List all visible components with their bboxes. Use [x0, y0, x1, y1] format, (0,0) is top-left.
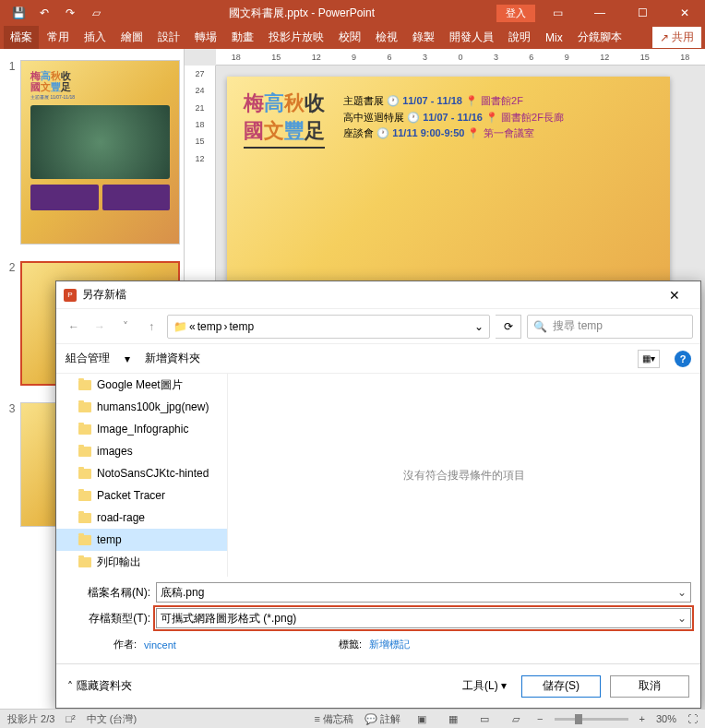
tab-slideshow[interactable]: 投影片放映 [262, 26, 330, 49]
document-title: 國文科書展.pptx - PowerPoint [107, 6, 496, 21]
save-as-dialog: P 另存新檔 ✕ ← → ˅ ↑ 📁 « temp › temp ⌄ ⟳ 🔍 搜… [55, 280, 701, 709]
save-button[interactable]: 儲存(S) [521, 675, 601, 698]
back-icon[interactable]: ← [64, 316, 84, 337]
tab-storyboard[interactable]: 分鏡腳本 [571, 26, 628, 49]
reading-view-icon[interactable]: ▭ [474, 711, 495, 726]
dialog-body: Google Meet圖片 humans100k_jpg(new) Image_… [56, 374, 700, 577]
tab-review[interactable]: 校閱 [332, 26, 367, 49]
filetype-dropdown[interactable]: 可攜式網路圖形格式 (*.png) [156, 608, 691, 628]
tab-record[interactable]: 錄製 [406, 26, 441, 49]
folder-icon [78, 424, 91, 435]
tree-item[interactable]: humans100k_jpg(new) [56, 396, 227, 418]
dialog-titlebar: P 另存新檔 ✕ [56, 281, 700, 309]
folder-icon [78, 469, 91, 479]
path-segment[interactable]: temp [229, 320, 254, 333]
file-list-empty: 沒有符合搜尋條件的項目 [228, 374, 700, 577]
folder-icon [78, 491, 91, 501]
undo-icon[interactable]: ↶ [33, 2, 55, 24]
tab-mix[interactable]: Mix [539, 28, 569, 48]
parent-icon[interactable]: ↑ [141, 316, 161, 337]
redo-icon[interactable]: ↷ [59, 2, 81, 24]
ribbon-display-icon[interactable]: ▭ [537, 0, 578, 26]
dialog-footer: ˄隱藏資料夾 工具(L) ▾ 儲存(S) 取消 [56, 663, 700, 708]
thumb-number: 2 [4, 261, 20, 386]
tree-item[interactable]: Image_Infographic [56, 418, 227, 440]
hide-folders-toggle[interactable]: ˄隱藏資料夾 [67, 678, 132, 694]
dialog-fields: 檔案名稱(N): 底稿.png 存檔類型(T): 可攜式網路圖形格式 (*.pn… [56, 582, 700, 651]
tree-item[interactable]: NotoSansCJKtc-hinted [56, 462, 227, 484]
tab-transitions[interactable]: 轉場 [188, 26, 223, 49]
tab-help[interactable]: 說明 [502, 26, 537, 49]
horizontal-ruler: 1815129630369121518 [216, 49, 705, 66]
spell-check-icon[interactable]: □² [66, 713, 75, 724]
folder-icon [78, 447, 91, 457]
normal-view-icon[interactable]: ▣ [412, 711, 432, 726]
filename-label: 檔案名稱(N): [66, 585, 150, 601]
share-button[interactable]: ↗ 共用 [652, 27, 701, 48]
close-window-icon[interactable]: ✕ [664, 0, 705, 26]
titlebar: 💾 ↶ ↷ ▱ 國文科書展.pptx - PowerPoint 登入 ▭ — ☐… [0, 0, 705, 26]
chevron-up-icon: ˄ [67, 680, 73, 693]
forward-icon[interactable]: → [90, 316, 110, 337]
fit-window-icon[interactable]: ⛶ [687, 713, 698, 724]
tab-developer[interactable]: 開發人員 [443, 26, 500, 49]
cancel-button[interactable]: 取消 [610, 675, 689, 698]
thumb-number: 3 [4, 402, 20, 527]
statusbar: 投影片 2/3 □² 中文 (台灣) ≡ 備忘稿 💬 註解 ▣ ▦ ▭ ▱ − … [0, 709, 705, 728]
dialog-title: 另存新檔 [82, 287, 126, 303]
tags-value[interactable]: 新增標記 [369, 638, 410, 651]
save-icon[interactable]: 💾 [7, 2, 30, 24]
tree-item[interactable]: Packet Tracer [56, 484, 227, 507]
tools-dropdown[interactable]: 工具(L) ▾ [457, 676, 512, 696]
slide-thumb-1[interactable]: 1 梅高秋收 國文豐足 主題書展 11/07-11/18 [4, 60, 180, 245]
dialog-toolbar: 組合管理▾ 新增資料夾 ▦▾ ? [56, 344, 700, 374]
filetype-label: 存檔類型(T): [66, 611, 150, 627]
folder-icon [78, 557, 91, 567]
maximize-icon[interactable]: ☐ [622, 0, 663, 26]
view-options-icon[interactable]: ▦▾ [638, 350, 660, 368]
slideshow-view-icon[interactable]: ▱ [506, 711, 526, 726]
notes-button[interactable]: ≡ 備忘稿 [315, 712, 353, 726]
zoom-level[interactable]: 30% [656, 713, 676, 724]
search-input[interactable]: 🔍 搜尋 temp [527, 315, 693, 339]
organize-dropdown[interactable]: 組合管理 [66, 351, 110, 366]
close-icon[interactable]: ✕ [656, 288, 693, 303]
author-label: 作者: [114, 638, 137, 651]
tab-draw[interactable]: 繪圖 [114, 26, 149, 49]
language-button[interactable]: 中文 (台灣) [87, 712, 137, 726]
tree-item[interactable]: images [56, 440, 227, 462]
new-folder-button[interactable]: 新增資料夾 [145, 351, 200, 366]
powerpoint-icon: P [64, 289, 77, 302]
thumb-number: 1 [4, 60, 20, 245]
folder-icon [78, 513, 91, 523]
search-placeholder: 搜尋 temp [553, 318, 603, 334]
tags-label: 標籤: [339, 638, 362, 651]
tree-item-selected[interactable]: temp [56, 529, 227, 551]
author-value[interactable]: vincent [144, 639, 176, 650]
up-icon[interactable]: ˅ [115, 316, 136, 337]
tree-item[interactable]: road-rage [56, 507, 227, 529]
comments-button[interactable]: 💬 註解 [364, 712, 400, 726]
folder-tree: Google Meet圖片 humans100k_jpg(new) Image_… [56, 374, 228, 577]
tree-item[interactable]: 列印輸出 [56, 551, 227, 573]
start-slideshow-icon[interactable]: ▱ [85, 2, 107, 24]
tree-item[interactable]: Google Meet圖片 [56, 374, 227, 396]
refresh-icon[interactable]: ⟳ [496, 315, 521, 339]
tab-file[interactable]: 檔案 [4, 26, 39, 49]
filename-input[interactable]: 底稿.png [156, 582, 691, 603]
tab-view[interactable]: 檢視 [369, 26, 404, 49]
zoom-slider[interactable] [555, 718, 628, 721]
tab-home[interactable]: 常用 [41, 26, 76, 49]
folder-icon [78, 535, 91, 545]
tab-animations[interactable]: 動畫 [225, 26, 260, 49]
tab-insert[interactable]: 插入 [78, 26, 113, 49]
login-button[interactable]: 登入 [496, 5, 535, 22]
help-icon[interactable]: ? [675, 351, 691, 367]
minimize-icon[interactable]: — [580, 0, 620, 26]
dialog-nav: ← → ˅ ↑ 📁 « temp › temp ⌄ ⟳ 🔍 搜尋 temp [56, 309, 700, 344]
folder-icon: 📁 [173, 320, 187, 333]
tab-design[interactable]: 設計 [151, 26, 186, 49]
breadcrumb[interactable]: 📁 « temp › temp ⌄ [167, 315, 490, 339]
sorter-view-icon[interactable]: ▦ [443, 711, 463, 726]
path-segment[interactable]: temp [197, 320, 222, 333]
